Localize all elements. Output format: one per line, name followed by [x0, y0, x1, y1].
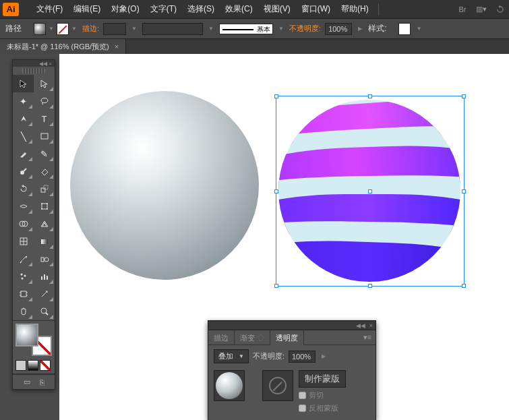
slice-tool[interactable]	[34, 285, 55, 303]
tab-stroke[interactable]: 描边	[208, 330, 235, 344]
svg-rect-4	[44, 185, 48, 189]
fill-indicator[interactable]	[16, 324, 38, 347]
perspective-grid-tool[interactable]	[34, 215, 55, 233]
menu-effect[interactable]: 效果(C)	[220, 3, 258, 15]
fill-swatch[interactable]	[34, 23, 46, 35]
clip-checkbox[interactable]: 剪切	[299, 390, 346, 400]
selection-bounding-box[interactable]	[276, 96, 465, 287]
eraser-tool[interactable]	[34, 162, 55, 180]
line-tool[interactable]: ╲	[13, 127, 34, 145]
panel-header[interactable]: ◀◀×	[13, 60, 55, 67]
artwork-sphere-gray[interactable]	[70, 91, 259, 280]
variable-width-profile[interactable]	[142, 23, 203, 35]
close-icon[interactable]: ×	[115, 42, 119, 51]
opacity-label: 不透明度:	[253, 351, 285, 361]
chevron-down-icon[interactable]: ▼	[415, 26, 423, 32]
width-tool[interactable]	[13, 198, 34, 215]
stroke-label[interactable]: 描边:	[82, 24, 99, 34]
symbol-sprayer-tool[interactable]	[13, 268, 34, 285]
menu-help[interactable]: 帮助(H)	[336, 3, 374, 15]
invert-mask-checkbox[interactable]: 反相蒙版	[299, 403, 346, 413]
blob-brush-tool[interactable]	[13, 162, 34, 180]
panel-header[interactable]: ◀◀×	[208, 321, 376, 330]
document-tab[interactable]: 未标题-1* @ 116% (RGB/预览) ×	[0, 39, 126, 54]
menu-select[interactable]: 选择(S)	[182, 3, 220, 15]
zoom-tool[interactable]	[34, 303, 55, 320]
sync-icon[interactable]	[494, 3, 506, 16]
chevron-down-icon[interactable]: ▼	[130, 26, 138, 32]
mask-thumbnail[interactable]	[262, 370, 293, 401]
menu-view[interactable]: 视图(V)	[258, 3, 296, 15]
chevron-right-icon[interactable]: ▶	[320, 353, 328, 359]
none-icon	[269, 377, 287, 394]
make-mask-button[interactable]: 制作蒙版	[299, 370, 346, 388]
chevron-right-icon[interactable]: ▶	[356, 26, 364, 32]
selection-tool[interactable]	[13, 75, 34, 92]
tools-panel: ◀◀× ✦ T ╲ ✎	[12, 59, 55, 390]
svg-point-15	[44, 258, 49, 262]
type-tool[interactable]: T	[34, 110, 55, 127]
svg-rect-1	[41, 133, 48, 139]
chevron-down-icon[interactable]: ▼	[207, 26, 215, 32]
lasso-tool[interactable]	[34, 92, 55, 110]
hand-tool[interactable]	[13, 303, 34, 320]
none-mode[interactable]	[40, 360, 51, 371]
stroke-weight-input[interactable]	[103, 23, 126, 35]
menu-file[interactable]: 文件(F)	[31, 3, 68, 15]
panel-menu-icon[interactable]: ▾≡	[359, 330, 376, 344]
menu-type[interactable]: 文字(T)	[145, 3, 182, 15]
screen-mode-icon[interactable]: ▭	[24, 378, 30, 386]
pen-tool[interactable]	[13, 110, 34, 127]
color-mode[interactable]	[16, 360, 26, 371]
magic-wand-tool[interactable]: ✦	[13, 92, 34, 110]
artboard-tool[interactable]	[13, 285, 34, 303]
transparency-thumbnail[interactable]	[214, 370, 245, 401]
tab-transparency[interactable]: 透明度	[270, 330, 304, 345]
tab-gradient[interactable]: 渐变 ◇	[235, 330, 270, 344]
chevron-down-icon[interactable]: ▼	[70, 26, 78, 32]
scale-tool[interactable]	[34, 180, 55, 198]
opacity-label[interactable]: 不透明度:	[289, 24, 321, 34]
gradient-tool[interactable]	[34, 233, 55, 250]
rotate-tool[interactable]	[13, 180, 34, 198]
panel-opacity-input[interactable]	[289, 351, 316, 363]
menu-window[interactable]: 窗口(W)	[296, 3, 336, 15]
collapse-icon[interactable]: ◀◀	[356, 322, 365, 329]
close-icon[interactable]: ×	[369, 322, 373, 329]
menu-object[interactable]: 对象(O)	[106, 3, 144, 15]
column-graph-tool[interactable]	[34, 268, 55, 285]
svg-point-17	[24, 275, 26, 277]
chevron-down-icon[interactable]: ▼	[277, 26, 285, 32]
svg-point-8	[41, 208, 42, 210]
eyedropper-tool[interactable]	[13, 250, 34, 268]
svg-point-16	[20, 274, 22, 276]
svg-point-23	[41, 308, 47, 313]
rectangle-tool[interactable]	[34, 127, 55, 145]
arrange-icon[interactable]: ▥▾	[475, 3, 487, 16]
chevron-down-icon[interactable]: ▼	[47, 26, 55, 32]
free-transform-tool[interactable]	[34, 198, 55, 215]
brush-definition[interactable]: 基本	[219, 24, 273, 34]
menu-edit[interactable]: 编辑(E)	[68, 3, 106, 15]
blend-tool[interactable]	[34, 250, 55, 268]
opacity-input[interactable]	[325, 23, 352, 35]
svg-rect-20	[44, 274, 45, 280]
panel-grip[interactable]	[22, 68, 45, 73]
stroke-swatch[interactable]	[57, 23, 69, 35]
selection-type-label: 路径	[5, 23, 22, 34]
svg-point-18	[21, 278, 23, 280]
svg-rect-13	[41, 239, 48, 244]
style-swatch[interactable]	[398, 23, 411, 35]
mesh-tool[interactable]	[13, 233, 34, 250]
paintbrush-tool[interactable]	[13, 145, 34, 162]
change-screen-mode[interactable]: ⎘	[40, 378, 44, 386]
svg-rect-14	[41, 258, 44, 262]
shape-builder-tool[interactable]	[13, 215, 34, 233]
fill-stroke-indicator[interactable]	[13, 321, 55, 360]
bridge-icon[interactable]: Br	[456, 3, 469, 16]
pencil-tool[interactable]: ✎	[34, 145, 55, 162]
blend-mode-select[interactable]: 叠加▼	[214, 349, 249, 363]
svg-point-0	[41, 98, 48, 103]
direct-selection-tool[interactable]	[34, 75, 55, 92]
gradient-mode[interactable]	[28, 360, 38, 371]
